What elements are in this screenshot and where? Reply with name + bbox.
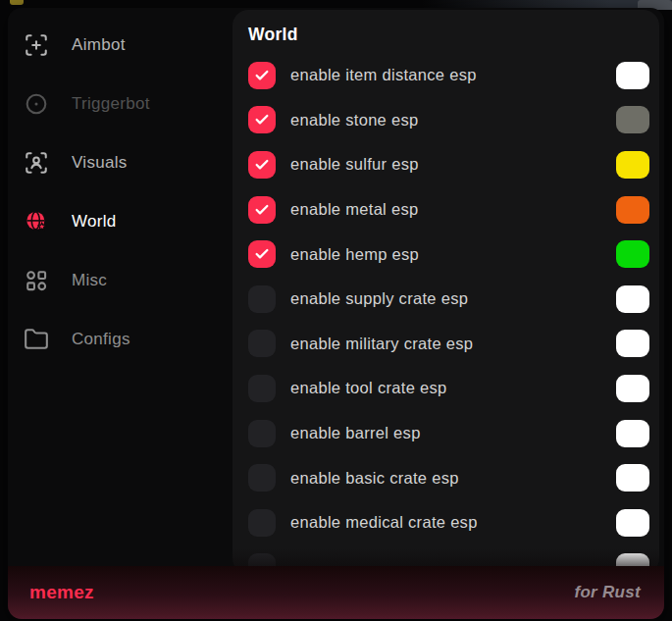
shapes-grid-icon (24, 268, 49, 293)
esp-checkbox[interactable] (248, 240, 276, 268)
sidebar-item-visuals[interactable]: Visuals (8, 133, 233, 192)
esp-row: enable item distance esp (233, 53, 659, 98)
world-panel: World enable item distance espenable sto… (233, 10, 659, 574)
color-swatch[interactable] (616, 62, 649, 89)
color-swatch[interactable] (616, 509, 649, 537)
globe-star-icon (24, 209, 49, 234)
sidebar-item-label: Misc (72, 271, 107, 290)
esp-checkbox[interactable] (248, 106, 276, 133)
color-swatch[interactable] (616, 196, 649, 224)
color-swatch[interactable] (616, 330, 649, 357)
esp-label: enable basic crate esp (290, 469, 459, 488)
esp-row: enable hemp esp (233, 232, 659, 277)
esp-checkbox[interactable] (248, 62, 276, 89)
background-artifact (10, 0, 24, 5)
sidebar-item-label: Aimbot (72, 35, 126, 55)
sidebar-item-label: Triggerbot (72, 94, 150, 114)
trigger-circle-dot-icon (24, 91, 49, 117)
esp-checkbox[interactable] (248, 151, 276, 179)
sidebar: AimbotTriggerbotVisualsWorldMiscConfigs (8, 8, 233, 566)
esp-row: enable military crate esp (233, 322, 659, 367)
esp-row: enable barrel esp (233, 411, 659, 456)
esp-row: enable stone esp (233, 98, 659, 143)
esp-checkbox[interactable] (248, 196, 276, 224)
esp-row: enable tool crate esp (233, 366, 659, 411)
color-swatch[interactable] (616, 375, 649, 402)
esp-label: enable military crate esp (290, 335, 473, 353)
sidebar-item-triggerbot[interactable]: Triggerbot (8, 75, 233, 133)
sidebar-item-aimbot[interactable]: Aimbot (8, 16, 233, 75)
cheat-window: AimbotTriggerbotVisualsWorldMiscConfigs … (8, 8, 664, 619)
esp-label: enable supply crate esp (290, 289, 468, 308)
settings-list: enable item distance espenable stone esp… (233, 53, 659, 574)
sidebar-item-world[interactable]: World (8, 192, 233, 251)
aimbot-scan-plus-icon (24, 32, 49, 58)
esp-checkbox[interactable] (248, 330, 276, 357)
color-swatch[interactable] (616, 151, 649, 179)
esp-row: enable metal esp (233, 187, 659, 233)
esp-label: enable stone esp (290, 111, 418, 129)
color-swatch[interactable] (616, 464, 649, 492)
brand-tagline: for Rust (574, 583, 641, 602)
esp-row: enable medical crate esp (233, 500, 659, 545)
esp-label: enable item distance esp (290, 66, 477, 84)
esp-label: enable hemp esp (290, 245, 419, 264)
sidebar-item-label: World (72, 212, 117, 232)
esp-label: enable metal esp (290, 200, 418, 219)
esp-label: enable tool crate esp (290, 379, 447, 397)
esp-row: enable sulfur esp (233, 142, 659, 187)
user-scan-icon (24, 150, 49, 176)
folder-icon (24, 327, 49, 352)
brand-name: memez (29, 582, 94, 603)
sidebar-item-label: Configs (72, 330, 130, 349)
esp-row: enable supply crate esp (233, 277, 659, 322)
esp-label: enable medical crate esp (290, 513, 478, 532)
color-swatch[interactable] (616, 285, 649, 313)
sidebar-item-misc[interactable]: Misc (8, 251, 233, 310)
footer-bar: memez for Rust (8, 566, 664, 619)
color-swatch[interactable] (616, 240, 649, 268)
esp-label: enable sulfur esp (290, 155, 419, 174)
sidebar-item-label: Visuals (72, 153, 128, 173)
esp-row: enable basic crate esp (233, 455, 659, 500)
screen: AimbotTriggerbotVisualsWorldMiscConfigs … (0, 0, 672, 621)
color-swatch[interactable] (616, 420, 649, 447)
esp-checkbox[interactable] (248, 420, 276, 447)
esp-label: enable barrel esp (290, 424, 421, 442)
panel-title: World (233, 10, 659, 44)
esp-checkbox[interactable] (248, 285, 276, 313)
color-swatch[interactable] (616, 106, 649, 133)
esp-checkbox[interactable] (248, 375, 276, 402)
esp-checkbox[interactable] (248, 464, 276, 492)
esp-checkbox[interactable] (248, 509, 276, 537)
sidebar-item-configs[interactable]: Configs (8, 310, 233, 369)
